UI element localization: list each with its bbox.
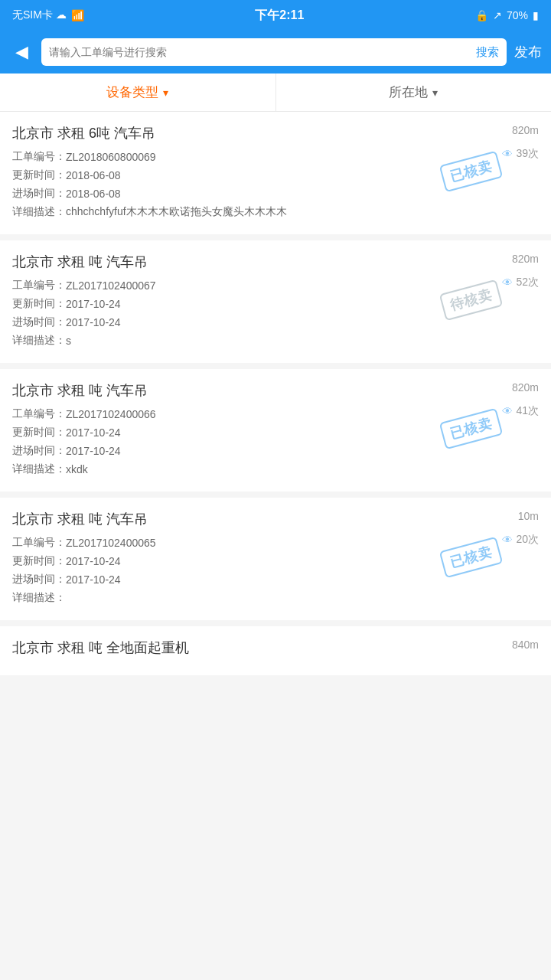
description-label: 详细描述： (12, 334, 66, 348)
header: ◀ 搜索 发布 (0, 31, 551, 74)
update-value: 2017-10-24 (66, 298, 121, 310)
stamp-text: 待核卖 (439, 279, 503, 322)
item-title: 北京市 求租 吨 汽车吊 (12, 253, 539, 271)
filter-location-label: 所在地 (389, 83, 428, 101)
entry-value: 2018-06-08 (66, 188, 121, 200)
status-right: 🔒 ↗ 70% ▮ (475, 9, 539, 21)
description-value: xkdk (66, 463, 88, 475)
item-distance: 820m (512, 124, 539, 136)
description-row: 详细描述： chhchchfyfuf木木木木欧诺拖头女魔头木木木木 (12, 205, 539, 219)
stamp: 已核卖 (436, 407, 505, 450)
filter-location[interactable]: 所在地 ▾ (276, 74, 552, 111)
description-value: chhchchfyfuf木木木木欧诺拖头女魔头木木木木 (66, 205, 287, 219)
stamp-text: 已核卖 (439, 151, 503, 193)
item-title: 北京市 求租 吨 汽车吊 (12, 510, 539, 528)
battery-icon: ▮ (533, 9, 539, 21)
filter-equipment-label: 设备类型 (106, 83, 158, 101)
update-value: 2018-06-08 (66, 169, 121, 181)
back-button[interactable]: ◀ (9, 42, 34, 62)
stamp-text: 已核卖 (439, 537, 503, 579)
description-row: 详细描述： s (12, 334, 539, 348)
description-row: 详细描述： (12, 591, 539, 605)
list-item[interactable]: 北京市 求租 6吨 汽车吊 820m 工单编号： ZL2018060800069… (0, 112, 551, 234)
order-value: ZL2018060800069 (66, 151, 156, 163)
update-value: 2017-10-24 (66, 426, 121, 439)
item-title: 北京市 求租 吨 全地面起重机 (12, 639, 539, 657)
order-value: ZL2017102400067 (66, 279, 156, 292)
entry-label: 进场时间： (12, 315, 66, 329)
views-count: 39次 (516, 147, 539, 161)
description-label: 详细描述： (12, 591, 66, 605)
order-value: ZL2017102400066 (66, 408, 156, 420)
wifi-icon: 📶 (71, 9, 84, 21)
update-label: 更新时间： (12, 297, 66, 311)
stamp: 已核卖 (436, 536, 505, 579)
description-row: 详细描述： xkdk (12, 462, 539, 476)
item-title: 北京市 求租 6吨 汽车吊 (12, 124, 539, 142)
stamp: 待核卖 (436, 279, 505, 322)
item-distance: 820m (512, 253, 539, 265)
list-item[interactable]: 北京市 求租 吨 汽车吊 820m 工单编号： ZL2017102400066 … (0, 369, 551, 492)
battery-text: 70% (507, 9, 528, 21)
list-item[interactable]: 北京市 求租 吨 汽车吊 10m 工单编号： ZL2017102400065 👁… (0, 498, 551, 620)
entry-label: 进场时间： (12, 573, 66, 586)
chevron-down-icon: ▾ (163, 87, 168, 99)
order-label: 工单编号： (12, 279, 66, 292)
update-label: 更新时间： (12, 426, 66, 439)
signal-icon: ↗ (493, 9, 502, 21)
description-label: 详细描述： (12, 205, 66, 219)
search-input[interactable] (49, 46, 471, 58)
status-time: 下午2:11 (255, 8, 304, 24)
item-list: 北京市 求租 6吨 汽车吊 820m 工单编号： ZL2018060800069… (0, 112, 551, 675)
list-item[interactable]: 北京市 求租 吨 全地面起重机 840m (0, 626, 551, 675)
item-distance: 840m (512, 639, 539, 651)
views-count: 52次 (516, 276, 539, 289)
update-label: 更新时间： (12, 168, 66, 182)
description-label: 详细描述： (12, 462, 66, 476)
status-left: 无SIM卡 ☁ 📶 (12, 8, 84, 22)
views-row: 👁 41次 (502, 404, 539, 418)
search-button[interactable]: 搜索 (476, 45, 499, 60)
order-label: 工单编号： (12, 407, 66, 421)
stamp-text: 已核卖 (439, 408, 503, 450)
views-row: 👁 20次 (502, 533, 539, 547)
entry-value: 2017-10-24 (66, 573, 121, 586)
views-count: 41次 (516, 404, 539, 418)
no-sim-text: 无SIM卡 ☁ (12, 8, 67, 22)
stamp: 已核卖 (436, 150, 505, 193)
update-value: 2017-10-24 (66, 555, 121, 567)
lock-icon: 🔒 (475, 9, 488, 21)
views-row: 👁 52次 (502, 276, 539, 289)
item-distance: 820m (512, 381, 539, 394)
update-label: 更新时间： (12, 554, 66, 568)
chevron-down-gray-icon: ▾ (432, 87, 438, 99)
search-bar[interactable]: 搜索 (41, 38, 507, 66)
item-distance: 10m (518, 510, 539, 522)
order-label: 工单编号： (12, 536, 66, 550)
views-row: 👁 39次 (502, 147, 539, 161)
list-item[interactable]: 北京市 求租 吨 汽车吊 820m 工单编号： ZL2017102400067 … (0, 240, 551, 363)
filter-bar: 设备类型 ▾ 所在地 ▾ (0, 74, 551, 112)
entry-value: 2017-10-24 (66, 316, 121, 328)
description-value: s (66, 335, 71, 347)
entry-label: 进场时间： (12, 187, 66, 201)
publish-button[interactable]: 发布 (514, 43, 542, 61)
views-count: 20次 (516, 533, 539, 547)
item-title: 北京市 求租 吨 汽车吊 (12, 381, 539, 400)
order-label: 工单编号： (12, 150, 66, 164)
status-bar: 无SIM卡 ☁ 📶 下午2:11 🔒 ↗ 70% ▮ (0, 0, 551, 31)
entry-label: 进场时间： (12, 444, 66, 458)
entry-value: 2017-10-24 (66, 445, 121, 457)
filter-equipment-type[interactable]: 设备类型 ▾ (0, 74, 276, 111)
order-value: ZL2017102400065 (66, 537, 156, 549)
